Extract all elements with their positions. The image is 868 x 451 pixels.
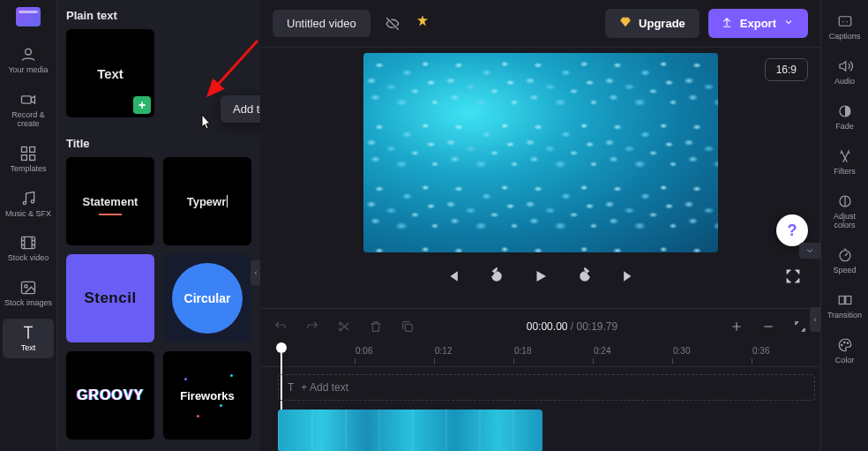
rnav-label: Audio [834,77,855,86]
add-to-timeline-button[interactable]: + [133,96,151,114]
image-icon [19,279,37,297]
rnav-label: Color [835,356,855,365]
title-typewriter[interactable]: Typewr [163,157,251,245]
panel-collapse-handle[interactable]: ‹ [251,260,260,285]
nav-text[interactable]: Text [3,319,54,358]
svg-point-15 [340,328,342,331]
upgrade-label: Upgrade [639,17,685,30]
thumb-label: Statement [83,195,138,208]
gem-icon [619,16,632,31]
skip-end-button[interactable] [617,265,640,288]
video-clip[interactable] [278,410,542,451]
duration-time: 00:19.79 [577,320,618,333]
right-color[interactable]: Color [824,333,866,369]
plain-text-label: Text [97,66,123,81]
current-time: 00:00.00 [527,320,568,333]
rewind-5-button[interactable]: 5 [485,265,508,288]
nav-label: Music & SFX [5,210,51,219]
svg-rect-9 [22,282,35,294]
nav-your-media[interactable]: Your media [3,41,54,80]
nav-stock-video[interactable]: Stock video [3,229,54,268]
templates-icon [19,145,37,162]
topbar: Untitled video Upgrade Export [260,0,820,48]
timeline-ruler[interactable]: 0:06 0:12 0:18 0:24 0:30 0:36 [260,344,820,367]
aspect-ratio-button[interactable]: 16:9 [765,58,808,81]
timeline-toolbar: 00:00.00 / 00:19.79 [260,309,820,344]
title-fireworks[interactable]: Fireworks [163,351,251,440]
zoom-add-button[interactable] [727,317,746,336]
export-button[interactable]: Export [708,9,808,38]
duplicate-button[interactable] [398,317,417,336]
upload-icon [721,16,733,31]
nav-label: Stock images [4,299,52,308]
zoom-minus-button[interactable] [759,317,778,336]
rnav-label: Speed [833,266,856,274]
ruler-tick: 0:24 [594,346,610,356]
svg-point-7 [31,199,34,202]
right-captions[interactable]: Captions [824,9,866,45]
right-audio[interactable]: Audio [824,54,866,90]
title-groovy[interactable]: GROOVY [66,351,154,440]
nav-stock-images[interactable]: Stock images [3,274,54,313]
svg-rect-17 [839,17,851,26]
pointer-cursor-icon [197,113,213,136]
expand-panel-button[interactable] [799,243,820,259]
music-icon [19,190,37,207]
timeline-tracks[interactable]: T + Add text [260,367,820,451]
right-filters[interactable]: Filters [824,144,866,180]
help-button[interactable]: ? [776,214,808,246]
nav-label: Text [21,344,36,353]
title-circular[interactable]: Circular [163,254,251,342]
title-statement[interactable]: Statement [66,157,154,245]
thumb-label: Typewr [187,195,227,208]
title-stencil[interactable]: Stencil [66,254,154,342]
sidebar-right: Captions Audio Fade Filters Adjust color… [820,0,868,451]
preview-area: 16:9 5 5 ? ‹ [260,48,820,308]
ruler-tick: 0:18 [514,346,531,356]
premium-indicator-icon [415,9,430,35]
project-title[interactable]: Untitled video [273,10,370,37]
forward-5-button[interactable]: 5 [573,265,596,288]
skip-start-button[interactable] [441,265,464,288]
nav-music-sfx[interactable]: Music & SFX [3,184,54,224]
thumb-label: Fireworks [180,389,234,402]
right-panel-collapse-handle[interactable]: ‹ [810,307,820,332]
video-preview[interactable] [363,53,718,252]
svg-rect-22 [845,297,850,304]
nav-left: Your media Record & create Templates Mus… [0,0,57,451]
svg-rect-1 [22,96,32,103]
text-panel: Plain text Text + Title Statement Typewr… [57,0,260,451]
delete-button[interactable] [366,317,385,336]
timeline: 00:00.00 / 00:19.79 0:06 0:12 0:18 0:24 … [260,308,820,451]
toggle-visibility-button[interactable] [379,11,406,37]
add-text-track[interactable]: T + Add text [278,374,815,401]
svg-rect-4 [22,154,27,160]
plain-text-heading: Plain text [66,0,251,29]
right-fade[interactable]: Fade [824,99,866,135]
fullscreen-button[interactable] [782,265,804,288]
fit-timeline-button[interactable] [790,317,810,336]
add-tooltip: Add to timeline [221,95,260,123]
nav-record-create[interactable]: Record & create [3,86,54,134]
svg-rect-21 [839,297,844,304]
redo-button[interactable] [303,317,322,336]
right-adjust-colors[interactable]: Adjust colors [824,189,866,234]
nav-label: Templates [10,165,46,174]
split-button[interactable] [334,317,354,336]
svg-rect-5 [30,154,35,160]
svg-rect-16 [405,324,412,331]
right-transition[interactable]: Transition [824,288,866,324]
right-speed[interactable]: Speed [824,243,866,279]
svg-rect-3 [30,147,35,152]
undo-button[interactable] [271,317,290,336]
app-logo[interactable] [16,7,41,26]
rnav-label: Fade [835,122,854,131]
upgrade-button[interactable]: Upgrade [605,9,700,38]
nav-templates[interactable]: Templates [3,139,54,179]
playhead[interactable] [276,342,287,353]
play-button[interactable] [529,265,552,288]
rnav-label: Adjust colors [824,212,866,229]
text-icon [19,324,37,342]
plain-text-thumb[interactable]: Text + [66,29,154,117]
svg-point-14 [340,322,342,325]
